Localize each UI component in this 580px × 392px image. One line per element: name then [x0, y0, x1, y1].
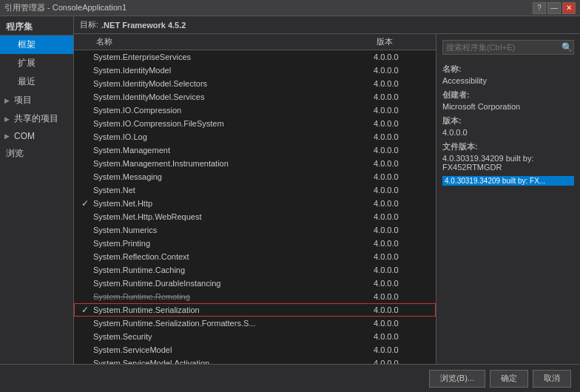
- version-value: 4.0.0.0: [442, 128, 574, 137]
- row-name: System.Runtime.DurableInstancing: [93, 279, 374, 288]
- title-bar: 引用管理器 - ConsoleApplication1 ? — ✕: [0, 0, 580, 16]
- row-version: 4.0.0.0: [374, 106, 433, 115]
- row-version: 4.0.0.0: [374, 199, 433, 208]
- cancel-button[interactable]: 取消: [533, 370, 571, 388]
- row-name: System.IdentityModel.Services: [93, 92, 374, 101]
- row-version: 4.0.0.0: [374, 266, 433, 274]
- row-version: 4.0.0.0: [374, 345, 433, 354]
- sidebar-item-com[interactable]: ▶ COM: [0, 128, 73, 144]
- row-name: System.IdentityModel: [93, 66, 374, 75]
- sidebar-item-extensions[interactable]: 扩展: [0, 54, 73, 72]
- sidebar-item-project[interactable]: ▶ 项目: [0, 91, 73, 109]
- table-row[interactable]: System.IO.Compression4.0.0.0: [74, 104, 436, 117]
- table-row[interactable]: System.ServiceModel4.0.0.0: [74, 343, 436, 356]
- table-row[interactable]: System.Net4.0.0.0: [74, 183, 436, 197]
- table-row[interactable]: System.Management.Instrumentation4.0.0.0: [74, 157, 436, 170]
- row-name: System.IO.Compression: [93, 106, 374, 115]
- sidebar-item-recent[interactable]: 最近: [0, 72, 73, 91]
- row-name: System.Runtime.Serialization: [93, 305, 374, 314]
- table-row[interactable]: ✓System.Runtime.Serialization4.0.0.0: [74, 303, 436, 317]
- row-name: System.IO.Compression.FileSystem: [93, 119, 374, 128]
- row-version: 4.0.0.0: [374, 159, 433, 168]
- table-row[interactable]: System.Runtime.DurableInstancing4.0.0.0: [74, 277, 436, 290]
- table-row[interactable]: System.IdentityModel4.0.0.0: [74, 64, 436, 77]
- column-name: 名称: [74, 36, 377, 47]
- row-name: System.Security: [93, 332, 374, 341]
- row-checkbox[interactable]: ✓: [77, 305, 93, 315]
- row-name: System.Net.Http.WebRequest: [93, 212, 374, 221]
- version-label: 版本:: [442, 115, 574, 126]
- row-version: 4.0.0.0: [374, 53, 433, 61]
- row-version: 4.0.0.0: [374, 279, 433, 288]
- table-row[interactable]: System.IdentityModel.Selectors4.0.0.0: [74, 77, 436, 90]
- close-button[interactable]: ✕: [562, 2, 576, 14]
- table-row[interactable]: System.Reflection.Context4.0.0.0: [74, 250, 436, 263]
- file-version-label: 文件版本:: [442, 141, 574, 152]
- row-name: System.Management: [93, 146, 374, 155]
- sidebar-item-framework[interactable]: 框架: [0, 36, 73, 54]
- table-row[interactable]: System.IO.Compression.FileSystem4.0.0.0: [74, 117, 436, 130]
- table-row[interactable]: System.Numerics4.0.0.0: [74, 223, 436, 237]
- row-name: System.IdentityModel.Selectors: [93, 79, 374, 88]
- table-row[interactable]: System.Runtime.Remoting4.0.0.0: [74, 290, 436, 303]
- row-version: 4.0.0.0: [374, 79, 433, 88]
- file-version-value: 4.0.30319.34209 built by: FX452RTMGDR: [442, 154, 574, 172]
- sidebar: 程序集 框架 扩展 最近 ▶ 项目 ▶ 共享的项目 ▶ COM: [0, 16, 74, 364]
- row-version: 4.0.0.0: [374, 212, 433, 221]
- table-row[interactable]: System.IO.Log4.0.0.0: [74, 130, 436, 143]
- row-name: System.Management.Instrumentation: [93, 159, 374, 168]
- table-row[interactable]: System.Management4.0.0.0: [74, 143, 436, 157]
- row-name: System.Runtime.Serialization.Formatters.…: [93, 319, 374, 328]
- target-bar: 目标: .NET Framework 4.5.2: [74, 16, 580, 34]
- search-icon: 🔍: [560, 41, 573, 54]
- row-version: 4.0.0.0: [374, 239, 433, 248]
- table-row[interactable]: System.Messaging4.0.0.0: [74, 170, 436, 183]
- column-version: 版本: [377, 36, 436, 47]
- window-title: 引用管理器 - ConsoleApplication1: [4, 2, 127, 13]
- search-input[interactable]: [443, 43, 560, 52]
- project-arrow-icon: ▶: [4, 97, 10, 104]
- file-version-highlight: 4.0.30319.34209 built by: FX...: [442, 176, 574, 186]
- row-version: 4.0.0.0: [374, 92, 433, 101]
- table-body[interactable]: System.EnterpriseServices4.0.0.0System.I…: [74, 50, 436, 364]
- search-box[interactable]: 🔍: [442, 40, 574, 55]
- row-name: System.ServiceModel: [93, 345, 374, 354]
- restore-button[interactable]: —: [547, 2, 561, 14]
- table-row[interactable]: System.IdentityModel.Services4.0.0.0: [74, 90, 436, 104]
- name-label: 名称:: [442, 64, 574, 75]
- row-version: 4.0.0.0: [374, 252, 433, 261]
- minimize-button[interactable]: ?: [533, 2, 546, 14]
- sidebar-item-browse[interactable]: 浏览: [0, 144, 73, 163]
- row-name: System.EnterpriseServices: [93, 53, 374, 61]
- row-checkbox[interactable]: ✓: [77, 198, 93, 209]
- row-version: 4.0.0.0: [374, 146, 433, 155]
- table-row[interactable]: ✓System.Net.Http4.0.0.0: [74, 197, 436, 210]
- browse-button[interactable]: 浏览(B)...: [429, 370, 485, 388]
- row-name: System.Runtime.Caching: [93, 266, 374, 274]
- row-version: 4.0.0.0: [374, 359, 433, 364]
- table-row[interactable]: System.Runtime.Caching4.0.0.0: [74, 263, 436, 277]
- row-version: 4.0.0.0: [374, 119, 433, 128]
- table-row[interactable]: System.Runtime.Serialization.Formatters.…: [74, 317, 436, 330]
- bottom-bar: 浏览(B)... 确定 取消: [0, 364, 580, 392]
- ok-button[interactable]: 确定: [490, 370, 528, 388]
- row-version: 4.0.0.0: [374, 186, 433, 195]
- creator-value: Microsoft Corporation: [442, 102, 574, 111]
- row-version: 4.0.0.0: [374, 292, 433, 301]
- row-name: System.Reflection.Context: [93, 252, 374, 261]
- row-version: 4.0.0.0: [374, 132, 433, 141]
- sidebar-item-shared[interactable]: ▶ 共享的项目: [0, 109, 73, 128]
- com-arrow-icon: ▶: [4, 132, 10, 140]
- table-row[interactable]: System.Net.Http.WebRequest4.0.0.0: [74, 210, 436, 223]
- row-name: System.Messaging: [93, 172, 374, 181]
- table-row[interactable]: System.Security4.0.0.0: [74, 330, 436, 343]
- row-name: System.Net: [93, 186, 374, 195]
- row-name: System.Runtime.Remoting: [93, 292, 374, 301]
- row-name: System.IO.Log: [93, 132, 374, 141]
- table-row[interactable]: System.Printing4.0.0.0: [74, 237, 436, 250]
- title-buttons: ? — ✕: [533, 2, 576, 14]
- table-row[interactable]: System.EnterpriseServices4.0.0.0: [74, 50, 436, 64]
- table-header: 名称 版本: [74, 34, 436, 50]
- table-row[interactable]: System.ServiceModel.Activation4.0.0.0: [74, 356, 436, 364]
- row-version: 4.0.0.0: [374, 226, 433, 234]
